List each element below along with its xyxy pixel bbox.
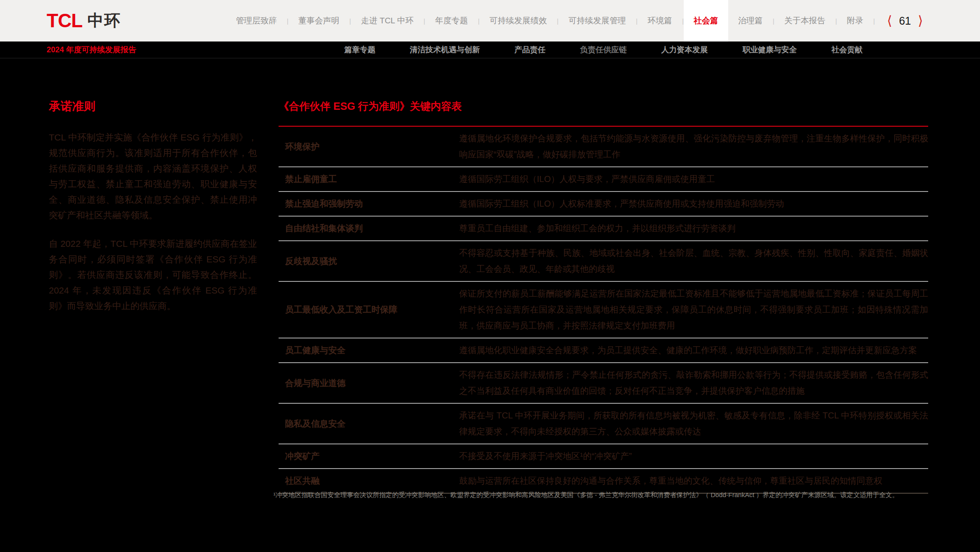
top-nav-items: 管理层致辞 | 董事会声明 | 走进 TCL 中环 | 年度专题 | 可持续发展… xyxy=(226,0,875,41)
subnav-item-clean-tech-innovation[interactable]: 清洁技术机遇与创新 xyxy=(410,45,480,55)
esg-row-label: 员工健康与安全 xyxy=(279,345,459,356)
subnav-item-responsible-supply-chain-active[interactable]: 负责任供应链 xyxy=(580,45,627,55)
table-row: 社区共融 鼓励与运营所在社区保持良好的沟通与合作关系，尊重当地的文化、传统与信仰… xyxy=(279,469,928,494)
nav-item-board-statement[interactable]: 董事会声明 xyxy=(289,0,349,41)
report-title: 2024 年度可持续发展报告 xyxy=(47,45,136,55)
esg-row-desc: 遵循属地化职业健康安全合规要求，为员工提供安全、健康的工作环境，做好职业病预防工… xyxy=(459,342,928,358)
esg-row-desc: 遵循属地化环境保护合规要求，包括节约能源与水资源使用、强化污染防控与废弃物管理，… xyxy=(459,131,928,163)
esg-row-label: 社区共融 xyxy=(279,475,459,487)
table-row: 冲突矿产 不接受及不使用来源于冲突地区¹的“冲突矿产” xyxy=(279,444,928,469)
esg-row-label: 反歧视及骚扰 xyxy=(279,255,459,267)
top-navigation-bar: TCL 中环 管理层致辞 | 董事会声明 | 走进 TCL 中环 | 年度专题 … xyxy=(0,0,980,41)
esg-row-label: 员工最低收入及工资工时保障 xyxy=(279,304,459,316)
esg-row-desc: 承诺在与 TCL 中环开展业务期间，所获取的所有信息均被视为机密、敏感及专有信息… xyxy=(459,408,928,440)
table-row: 禁止雇佣童工 遵循国际劳工组织（ILO）人权与要求，严禁供应商雇佣或使用童工 xyxy=(279,167,928,192)
table-row: 环境保护 遵循属地化环境保护合规要求，包括节约能源与水资源使用、强化污染防控与废… xyxy=(279,127,928,167)
subnav-item-human-capital[interactable]: 人力资本发展 xyxy=(661,45,708,55)
table-row: 员工最低收入及工资工时保障 保证所支付的薪员工薪酬能够满足运营所在国家法定最低工… xyxy=(279,282,928,338)
page-root: TCL 中环 管理层致辞 | 董事会声明 | 走进 TCL 中环 | 年度专题 … xyxy=(0,0,980,552)
esg-row-label: 禁止雇佣童工 xyxy=(279,173,459,185)
subnav-item-product-responsibility[interactable]: 产品责任 xyxy=(514,45,546,55)
sub-nav-items: 篇章专题 清洁技术机遇与创新 产品责任 负责任供应链 人力资本发展 职业健康与安… xyxy=(344,45,980,55)
nav-item-environment-chapter[interactable]: 环境篇 xyxy=(637,0,682,41)
nav-item-about-report[interactable]: 关于本报告 xyxy=(774,0,835,41)
tcl-zhonghuan-logo: TCL 中环 xyxy=(47,0,121,41)
esg-row-desc: 不得容忍或支持基于种族、民族、地域或社会出身、社会阶层、血统、宗教、身体残疾、性… xyxy=(459,245,928,277)
chevron-left-icon[interactable]: ⟨ xyxy=(887,14,892,27)
body-paragraph: TCL 中环制定并实施《合作伙伴 ESG 行为准则》，规范供应商行为。该准则适用… xyxy=(49,130,257,223)
table-row: 自由结社和集体谈判 尊重员工自由组建、参加和组织工会的权力，并以组织形式进行劳资… xyxy=(279,217,928,241)
esg-row-label: 环境保护 xyxy=(279,141,459,153)
table-row: 员工健康与安全 遵循属地化职业健康安全合规要求，为员工提供安全、健康的工作环境，… xyxy=(279,338,928,363)
esg-row-desc: 不接受及不使用来源于冲突地区¹的“冲突矿产” xyxy=(459,448,928,464)
nav-item-annual-topics[interactable]: 年度专题 xyxy=(425,0,478,41)
esg-row-desc: 遵循国际劳工组织（ILO）人权与要求，严禁供应商雇佣或使用童工 xyxy=(459,171,928,187)
nav-item-society-chapter-active[interactable]: 社会篇 xyxy=(684,0,728,41)
esg-row-desc: 鼓励与运营所在社区保持良好的沟通与合作关系，尊重当地的文化、传统与信仰，尊重社区… xyxy=(459,473,928,489)
page-pager: ⟨ 61 ⟩ xyxy=(887,0,923,41)
subnav-item-chapter-topics[interactable]: 篇章专题 xyxy=(344,45,375,55)
nav-item-about-tcl-zhonghuan[interactable]: 走进 TCL 中环 xyxy=(351,0,424,41)
conflict-minerals-footnote: ¹冲突地区指联合国安全理事会决议所指定的受冲突影响地区、欧盟界定的受冲突影响和高… xyxy=(273,491,899,499)
nav-item-governance-chapter[interactable]: 治理篇 xyxy=(728,0,773,41)
nav-item-sustainability-performance[interactable]: 可持续发展绩效 xyxy=(479,0,557,41)
esg-row-label: 禁止强迫和强制劳动 xyxy=(279,198,459,210)
section-heading: 承诺准则 xyxy=(49,99,257,114)
esg-row-desc: 保证所支付的薪员工薪酬能够满足运营所在国家法定最低工资标准且不能够低于运营地属地… xyxy=(459,286,928,334)
table-row: 合规与商业道德 不得存在违反法律法规情形；严令禁止任何形式的贪污、敲诈勒索和挪用… xyxy=(279,363,928,404)
nav-item-management-address[interactable]: 管理层致辞 xyxy=(226,0,287,41)
page-number: 61 xyxy=(899,15,911,27)
logo-tcl-text: TCL xyxy=(47,10,82,32)
nav-item-sustainability-management[interactable]: 可持续发展管理 xyxy=(558,0,636,41)
nav-item-appendix[interactable]: 附录 xyxy=(837,0,873,41)
esg-row-desc: 不得存在违反法律法规情形；严令禁止任何形式的贪污、敲诈勒索和挪用公款等行为；不得… xyxy=(459,367,928,399)
table-title: 《合作伙伴 ESG 行为准则》关键内容表 xyxy=(279,99,928,113)
esg-row-desc: 遵循国际劳工组织（ILO）人权标准要求，严禁供应商使用或支持使用强迫和强制劳动 xyxy=(459,196,928,212)
body-paragraph: 自 2022 年起，TCL 中环要求新进履约供应商在签业务合同时，必须同时签署《… xyxy=(49,236,257,314)
table-row: 隐私及信息安全 承诺在与 TCL 中环开展业务期间，所获取的所有信息均被视为机密… xyxy=(279,404,928,444)
subnav-item-social-contribution[interactable]: 社会贡献 xyxy=(831,45,863,55)
chevron-right-icon[interactable]: ⟩ xyxy=(918,14,923,27)
esg-code-key-content-section: 《合作伙伴 ESG 行为准则》关键内容表 环境保护 遵循属地化环境保护合规要求，… xyxy=(279,99,928,494)
esg-row-label: 隐私及信息安全 xyxy=(279,418,459,430)
esg-row-label: 冲突矿产 xyxy=(279,450,459,462)
chapter-sub-navigation-bar: 2024 年度可持续发展报告 篇章专题 清洁技术机遇与创新 产品责任 负责任供应… xyxy=(0,41,980,58)
esg-code-table: 环境保护 遵循属地化环境保护合规要求，包括节约能源与水资源使用、强化污染防控与废… xyxy=(279,126,928,494)
table-row: 禁止强迫和强制劳动 遵循国际劳工组织（ILO）人权标准要求，严禁供应商使用或支持… xyxy=(279,192,928,217)
esg-row-label: 自由结社和集体谈判 xyxy=(279,223,459,234)
esg-row-desc: 尊重员工自由组建、参加和组织工会的权力，并以组织形式进行劳资谈判 xyxy=(459,220,928,236)
logo-zhonghuan-text: 中环 xyxy=(88,10,121,32)
commitment-principles-section: 承诺准则 TCL 中环制定并实施《合作伙伴 ESG 行为准则》，规范供应商行为。… xyxy=(49,99,257,327)
esg-row-label: 合规与商业道德 xyxy=(279,377,459,389)
nav-separator: | xyxy=(873,0,875,41)
table-row: 反歧视及骚扰 不得容忍或支持基于种族、民族、地域或社会出身、社会阶层、血统、宗教… xyxy=(279,241,928,282)
subnav-item-occupational-health-safety[interactable]: 职业健康与安全 xyxy=(742,45,797,55)
